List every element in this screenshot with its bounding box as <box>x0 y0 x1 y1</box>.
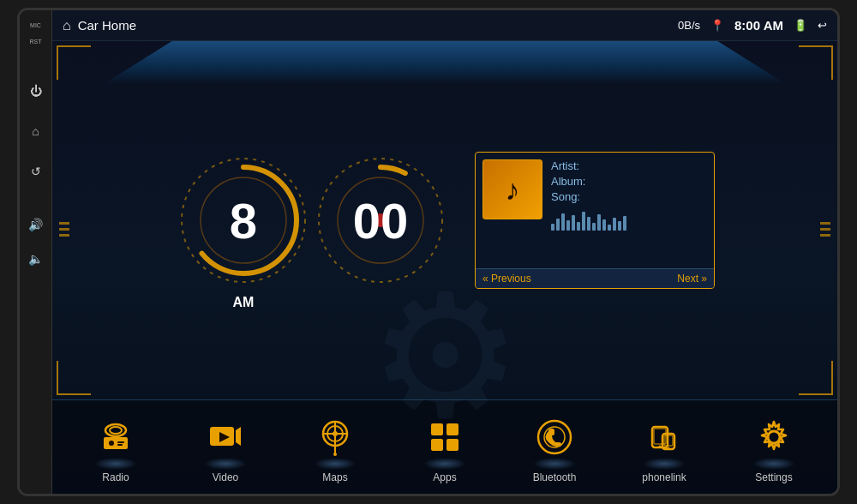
phonelink-label: phonelink <box>642 471 686 483</box>
phonelink-icon <box>645 418 683 456</box>
car-head-unit: MIC RST ⏻ ⌂ ↺ 🔊 🔈 ⌂ Car Home <box>17 8 840 496</box>
dashboard: 8 AM 00 <box>52 41 837 399</box>
back-side-button[interactable]: ↺ <box>20 161 51 182</box>
status-right: 0B/s 📍 8:00 AM 🔋 ↩ <box>678 18 827 33</box>
album-label: Album: <box>551 175 707 188</box>
nav-settings[interactable]: Settings <box>748 411 800 483</box>
svg-rect-24 <box>446 423 458 435</box>
song-label: Song: <box>551 190 707 203</box>
power-button[interactable]: ⏻ <box>20 81 51 101</box>
hours-dial: 8 AM <box>175 152 312 289</box>
status-time: 8:00 AM <box>734 18 783 33</box>
svg-marker-15 <box>236 427 241 446</box>
waveform <box>551 209 707 231</box>
music-player: ♪ Artist: Album: Song: <box>475 152 715 289</box>
svg-rect-26 <box>446 439 458 451</box>
vol-down-button[interactable]: 🔈 <box>20 249 51 269</box>
svg-rect-12 <box>117 444 123 446</box>
artist-label: Artist: <box>551 159 707 172</box>
network-speed: 0B/s <box>678 19 700 32</box>
svg-rect-11 <box>117 441 124 443</box>
music-note-icon: ♪ <box>506 173 520 207</box>
back-status-icon[interactable]: ↩ <box>818 19 827 32</box>
next-button[interactable]: Next » <box>677 273 707 285</box>
svg-point-31 <box>659 445 662 447</box>
minutes-display: 00 <box>353 192 409 249</box>
video-label: Video <box>213 471 238 483</box>
settings-icon <box>755 418 793 456</box>
maps-icon <box>316 418 354 456</box>
prev-button[interactable]: « Previous <box>482 273 531 285</box>
nav-bluetooth[interactable]: Bluetooth <box>529 411 580 483</box>
svg-point-10 <box>109 441 114 446</box>
music-controls: « Previous Next » <box>476 268 714 288</box>
radio-icon <box>97 418 135 456</box>
nav-phonelink[interactable]: phonelink <box>638 411 690 483</box>
video-icon <box>207 418 244 456</box>
nav-video[interactable]: Video <box>200 411 251 483</box>
minutes-dial: 00 <box>312 152 449 289</box>
svg-point-8 <box>110 427 122 434</box>
nav-radio[interactable]: Radio <box>90 411 141 483</box>
bottom-nav: Radio Video <box>52 399 837 494</box>
status-bar: ⌂ Car Home 0B/s 📍 8:00 AM 🔋 ↩ <box>52 10 837 41</box>
apps-label: Apps <box>433 471 456 483</box>
clock-section: 8 AM 00 <box>61 152 829 289</box>
settings-label: Settings <box>755 471 792 483</box>
power-icon: ⏻ <box>30 84 42 98</box>
side-button-panel: MIC RST ⏻ ⌂ ↺ 🔊 🔈 <box>20 10 52 494</box>
vol-up-icon: 🔊 <box>28 218 43 231</box>
home-icon: ⌂ <box>32 124 39 138</box>
home-side-button[interactable]: ⌂ <box>20 121 51 141</box>
hours-display: 8 <box>230 192 257 249</box>
rst-button[interactable]: RST <box>20 35 51 48</box>
mic-button[interactable]: MIC <box>20 19 51 32</box>
music-top: ♪ Artist: Album: Song: <box>476 153 714 268</box>
period-display: AM <box>233 295 255 310</box>
nav-apps[interactable]: Apps <box>419 411 470 483</box>
svg-point-20 <box>333 431 338 436</box>
svg-point-34 <box>668 447 670 449</box>
status-left: ⌂ Car Home <box>63 18 678 33</box>
bluetooth-icon <box>536 418 573 456</box>
bluetooth-label: Bluetooth <box>533 471 577 483</box>
svg-rect-25 <box>431 439 443 451</box>
home-status-icon[interactable]: ⌂ <box>63 18 71 33</box>
album-art: ♪ <box>482 159 542 219</box>
nav-maps[interactable]: Maps <box>309 411 361 483</box>
maps-label: Maps <box>322 471 347 483</box>
location-icon: 📍 <box>710 19 724 32</box>
status-title: Car Home <box>78 18 136 33</box>
apps-icon <box>426 418 464 456</box>
radio-label: Radio <box>102 471 129 483</box>
vol-up-button[interactable]: 🔊 <box>20 214 51 235</box>
track-info: Artist: Album: Song: <box>551 159 707 261</box>
svg-point-27 <box>538 421 571 453</box>
svg-point-22 <box>333 453 337 456</box>
back-icon: ↺ <box>31 165 41 178</box>
svg-rect-23 <box>431 423 443 435</box>
svg-rect-9 <box>104 437 128 449</box>
main-content: ⚙ 8 <box>52 41 837 494</box>
battery-icon: 🔋 <box>794 19 807 32</box>
vol-down-icon: 🔈 <box>28 252 43 266</box>
main-screen: ⌂ Car Home 0B/s 📍 8:00 AM 🔋 ↩ <box>52 10 837 494</box>
